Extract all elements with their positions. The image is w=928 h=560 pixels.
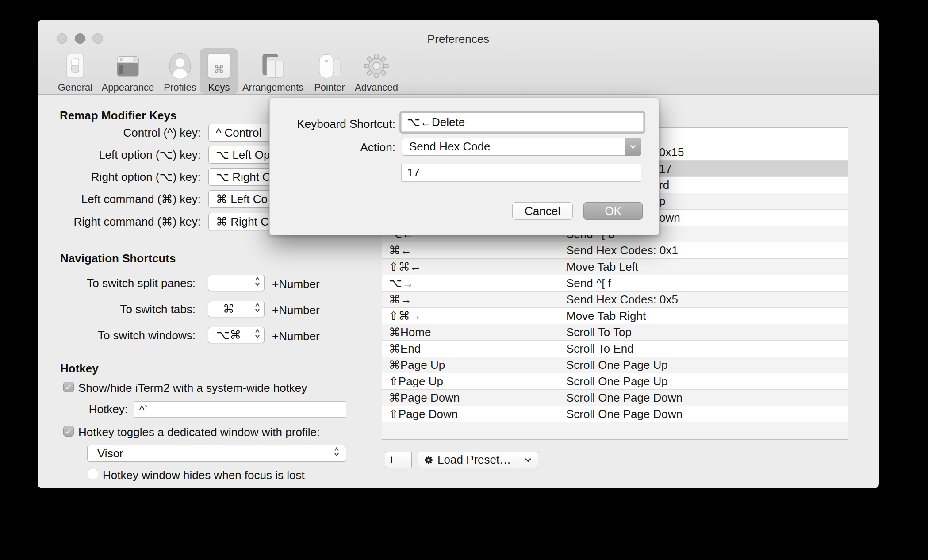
table-row[interactable]: ⌘Page DownScroll One Page Down (382, 390, 848, 406)
key-combination-cell: ⌘→ (382, 292, 561, 307)
key-combination-cell: ⌘Page Up (382, 357, 561, 373)
show-hide-hotkey-checkbox[interactable]: ✓ (63, 382, 74, 392)
toolbar-label: Keys (208, 82, 230, 93)
action-cell: Scroll One Page Down (561, 390, 848, 406)
plus-number-label: +Number (272, 303, 320, 317)
hex-code-input[interactable] (401, 164, 641, 182)
chevron-down-icon (525, 458, 532, 462)
keys-icon: ⌘ (207, 50, 230, 82)
arrangements-icon (260, 50, 286, 82)
action-cell: Move Tab Left (561, 259, 848, 275)
table-row[interactable]: ⇧Page UpScroll One Page Up (382, 373, 848, 390)
table-row[interactable]: ⇧⌘→Move Tab Right (382, 308, 848, 324)
toolbar-item-keys[interactable]: ⌘ Keys (200, 48, 238, 94)
table-row[interactable]: ⌘←Send Hex Codes: 0x1 (382, 242, 848, 259)
hotkey-heading: Hotkey (60, 362, 99, 376)
pointer-icon (317, 50, 342, 82)
remap-row-label: Left command (⌘) key: (55, 193, 201, 205)
key-combination-cell: ⇧Page Down (382, 406, 561, 422)
table-row[interactable]: ⌘HomeScroll To Top (382, 324, 848, 341)
key-combination-cell: ⌘End (382, 341, 561, 357)
nav-row-label: To switch tabs: (55, 303, 196, 315)
switch-tabs-popup[interactable]: ⌘ (208, 301, 265, 317)
switch-panes-popup[interactable] (208, 275, 265, 291)
ok-button[interactable]: OK (583, 202, 643, 220)
show-hide-hotkey-label: Show/hide iTerm2 with a system-wide hotk… (78, 381, 307, 395)
table-row[interactable]: ⌥→Send ^[ f (382, 275, 848, 292)
table-row[interactable]: ⌘EndScroll To End (382, 341, 848, 357)
dedicated-window-label: Hotkey toggles a dedicated window with p… (78, 426, 320, 439)
nav-row-label: To switch split panes: (55, 277, 196, 289)
hotkey-input[interactable] (134, 401, 346, 418)
key-combination-cell: ⌘Page Down (382, 390, 561, 406)
nav-row-label: To switch windows: (55, 330, 196, 341)
load-preset-label: Load Preset… (437, 453, 511, 467)
stepper-icon (254, 302, 261, 316)
navigation-heading: Navigation Shortcuts (60, 252, 176, 265)
action-cell: Send Hex Codes: 0x1 (561, 242, 848, 258)
remap-row-label: Right command (⌘) key: (55, 216, 201, 227)
action-cell: Scroll To Top (561, 324, 848, 340)
hotkey-field-label: Hotkey: (55, 403, 128, 415)
action-cell: Send Hex Codes: 0x5 (561, 292, 848, 307)
key-combination-cell: ⇧⌘→ (382, 308, 561, 324)
remove-mapping-button[interactable]: − (398, 452, 412, 468)
toolbar-label: Arrangements (242, 82, 303, 93)
cancel-button[interactable]: Cancel (512, 202, 573, 220)
toolbar-item-appearance[interactable]: × Appearance (92, 48, 163, 94)
table-row[interactable] (382, 422, 848, 439)
toolbar-item-profiles[interactable]: Profiles (156, 48, 204, 94)
table-row[interactable]: ⇧⌘←Move Tab Left (382, 259, 848, 275)
action-cell (561, 422, 848, 439)
action-cell: Scroll One Page Down (561, 406, 848, 422)
advanced-icon (364, 50, 389, 82)
add-mapping-button[interactable]: + (385, 452, 399, 468)
key-combination-cell: ⌘Home (382, 324, 561, 340)
action-cell: Scroll To End (561, 341, 848, 357)
desktop-background: Preferences General × Appearance Profile… (0, 0, 928, 560)
action-cell: Scroll One Page Up (561, 373, 848, 389)
preferences-window: Preferences General × Appearance Profile… (38, 20, 879, 488)
action-value: Send Hex Code (409, 138, 491, 155)
titlebar-toolbar: Preferences General × Appearance Profile… (38, 20, 879, 95)
plus-number-label: +Number (272, 330, 320, 343)
table-row[interactable]: ⌘Page UpScroll One Page Up (382, 357, 848, 373)
appearance-icon: × (115, 50, 140, 82)
toolbar-item-arrangements[interactable]: Arrangements (233, 48, 313, 94)
plus-number-label: +Number (272, 277, 320, 291)
dedicated-window-checkbox[interactable]: ✓ (63, 426, 74, 437)
stepper-icon (334, 446, 340, 461)
key-combination-cell: ⇧⌘← (382, 259, 561, 275)
gear-icon (424, 456, 433, 464)
window-title: Preferences (38, 32, 879, 46)
action-cell: Send ^[ f (561, 275, 848, 291)
action-label: Action: (270, 141, 395, 154)
remap-row-label: Left option (⌥) key: (55, 149, 201, 161)
key-combination-cell: ⌥→ (382, 275, 561, 291)
switch-windows-popup[interactable]: ⌥⌘ (208, 327, 265, 343)
edit-key-dialog: Keyboard Shortcut: Action: Send Hex Code… (269, 98, 659, 235)
profile-popup[interactable]: Visor (87, 445, 346, 462)
remap-row-label: Right option (⌥) key: (55, 171, 201, 183)
toolbar-label: General (58, 82, 92, 93)
toolbar-label: Pointer (314, 82, 345, 93)
general-icon (65, 50, 85, 82)
toolbar-item-advanced[interactable]: Advanced (348, 48, 405, 94)
key-combination-cell (382, 422, 561, 439)
hides-on-blur-checkbox[interactable] (88, 469, 98, 479)
load-preset-button[interactable]: Load Preset… (418, 452, 538, 468)
action-select[interactable]: Send Hex Code (402, 138, 641, 156)
action-cell: Move Tab Right (561, 308, 848, 324)
table-row[interactable]: ⌘→Send Hex Codes: 0x5 (382, 292, 848, 308)
stepper-icon (254, 276, 261, 290)
key-combination-cell: ⇧Page Up (382, 373, 561, 389)
toolbar-item-pointer[interactable]: Pointer (305, 48, 354, 94)
keyboard-shortcut-field[interactable] (401, 113, 644, 132)
profiles-icon (169, 50, 192, 82)
toolbar-label: Appearance (102, 82, 154, 93)
svg-text:×: × (119, 56, 123, 63)
hides-on-blur-label: Hotkey window hides when focus is lost (103, 468, 305, 482)
table-row[interactable]: ⇧Page DownScroll One Page Down (382, 406, 848, 422)
remap-heading: Remap Modifier Keys (60, 109, 176, 123)
popup-arrow-icon (625, 138, 641, 156)
